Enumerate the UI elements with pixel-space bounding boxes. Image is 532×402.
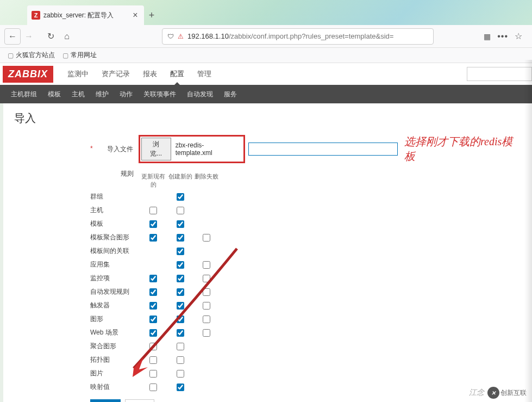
file-path-field[interactable] <box>248 143 398 156</box>
url-bar[interactable]: 🛡 ⚠ 192.168.1.10/zabbix/conf.import.php?… <box>162 28 434 45</box>
rule-row: 拓扑图 <box>90 355 521 364</box>
bookmark-item[interactable]: ▢常用网址 <box>62 51 97 60</box>
rule-row: 模板间的关联 <box>90 246 521 256</box>
rule-checkbox[interactable] <box>149 288 157 296</box>
browser-tab[interactable]: Z zabbix_server: 配置导入 × <box>27 5 144 25</box>
subnav-item[interactable]: 自动发现 <box>181 90 218 99</box>
rule-checkbox[interactable] <box>149 207 157 214</box>
search-input[interactable] <box>467 67 532 81</box>
rule-checkbox[interactable] <box>149 234 157 242</box>
folder-icon: ▢ <box>62 52 68 59</box>
rule-checkbox[interactable] <box>177 302 184 310</box>
bookmark-item[interactable]: ▢火狐官方站点 <box>8 51 55 60</box>
rule-checkbox[interactable] <box>177 288 184 296</box>
rule-checkbox[interactable] <box>149 384 157 391</box>
subnav-item[interactable]: 模板 <box>42 90 66 99</box>
rule-checkbox[interactable] <box>149 370 157 378</box>
rule-name: Web 场景 <box>90 328 139 337</box>
rule-checkbox[interactable] <box>203 275 210 282</box>
rule-checkbox[interactable] <box>177 261 184 269</box>
rule-checkbox[interactable] <box>203 329 210 337</box>
col-update: 更新现有的 <box>139 172 167 189</box>
content: 导入 导入文件 浏览... zbx-redis-template.xml 选择刚… <box>0 103 532 402</box>
rule-checkbox[interactable] <box>177 316 184 323</box>
folder-icon: ▢ <box>8 52 14 59</box>
rule-checkbox[interactable] <box>177 248 184 255</box>
zabbix-favicon: Z <box>32 11 40 20</box>
home-button[interactable]: ⌂ <box>59 28 75 45</box>
rule-checkbox[interactable] <box>177 356 184 364</box>
reload-button[interactable]: ↻ <box>42 28 59 45</box>
rule-name: 群组 <box>90 192 139 201</box>
rule-name: 图片 <box>90 369 139 378</box>
rule-checkbox[interactable] <box>177 384 184 391</box>
zabbix-logo[interactable]: ZABBIX <box>3 66 53 83</box>
nav-item[interactable]: 报表 <box>136 64 164 84</box>
rule-checkbox[interactable] <box>149 316 157 323</box>
rule-checkbox[interactable] <box>177 275 184 282</box>
back-button[interactable]: ← <box>4 28 21 45</box>
rule-checkbox[interactable] <box>203 316 210 323</box>
rule-checkbox[interactable] <box>177 207 184 214</box>
qr-icon[interactable]: ▦ <box>484 32 491 41</box>
file-input-highlight: 浏览... zbx-redis-template.xml <box>139 135 246 163</box>
rule-checkbox[interactable] <box>149 343 157 350</box>
rule-checkbox[interactable] <box>149 356 157 364</box>
import-button[interactable]: 导入 <box>90 399 121 402</box>
rule-checkbox[interactable] <box>177 234 184 242</box>
rule-checkbox[interactable] <box>177 220 184 228</box>
subnav-item[interactable]: 关联项事件 <box>138 90 181 99</box>
menu-icon[interactable]: ••• <box>497 32 508 41</box>
rule-checkbox[interactable] <box>203 302 210 310</box>
nav-item[interactable]: 监测中 <box>61 64 95 84</box>
rule-name: 映射值 <box>90 382 139 392</box>
rule-row: 映射值 <box>90 382 521 392</box>
rule-checkbox[interactable] <box>149 329 157 337</box>
bookmark-star-icon[interactable]: ☆ <box>515 31 522 41</box>
nav-item[interactable]: 管理 <box>191 64 218 84</box>
file-label: 导入文件 <box>90 145 139 154</box>
tab-title: zabbix_server: 配置导入 <box>43 11 131 20</box>
shield-icon[interactable]: 🛡 <box>166 33 176 40</box>
rule-row: 图形 <box>90 314 521 324</box>
rule-checkbox[interactable] <box>177 329 184 337</box>
insecure-icon[interactable]: ⚠ <box>176 33 185 40</box>
import-form: 导入文件 浏览... zbx-redis-template.xml 选择刚才下载… <box>90 134 521 402</box>
annotation-text: 选择刚才下载的redis模板 <box>404 134 521 164</box>
tab-close-icon[interactable]: × <box>131 10 140 20</box>
subnav-item[interactable]: 主机 <box>66 90 90 99</box>
nav-item[interactable]: 资产记录 <box>95 64 136 84</box>
rule-row: 图片 <box>90 369 521 378</box>
rule-checkbox[interactable] <box>203 288 210 296</box>
rule-checkbox[interactable] <box>149 220 157 228</box>
browse-button[interactable]: 浏览... <box>141 138 171 160</box>
rule-name: 模板聚合图形 <box>90 233 139 242</box>
rule-checkbox[interactable] <box>203 261 210 269</box>
forward-button: → <box>21 28 37 45</box>
rule-checkbox[interactable] <box>177 343 184 350</box>
rule-name: 自动发现规则 <box>90 287 139 296</box>
rule-row: 监控项 <box>90 274 521 283</box>
page-title: 导入 <box>14 111 521 126</box>
zabbix-header: ZABBIX 监测中资产记录报表配置管理 <box>0 63 532 85</box>
subnav-item[interactable]: 主机群组 <box>5 90 42 99</box>
rule-row: 聚合图形 <box>90 342 521 351</box>
rule-name: 触发器 <box>90 301 139 310</box>
col-delete: 删除失败 <box>193 172 220 189</box>
subnav-item[interactable]: 维护 <box>90 90 114 99</box>
rule-checkbox[interactable] <box>149 275 157 282</box>
rule-checkbox[interactable] <box>177 370 184 378</box>
rule-checkbox[interactable] <box>149 302 157 310</box>
rule-name: 模板 <box>90 219 139 228</box>
cancel-button[interactable]: 取消 <box>125 399 154 402</box>
new-tab-button[interactable]: + <box>144 5 159 25</box>
nav-item[interactable]: 配置 <box>164 64 191 84</box>
rule-name: 聚合图形 <box>90 342 139 351</box>
rule-checkbox[interactable] <box>203 234 210 242</box>
sub-nav: 主机群组模板主机维护动作关联项事件自动发现服务 <box>0 85 532 103</box>
subnav-item[interactable]: 服务 <box>218 90 242 99</box>
rule-row: 模板聚合图形 <box>90 233 521 242</box>
rule-checkbox[interactable] <box>177 193 184 201</box>
subnav-item[interactable]: 动作 <box>114 90 138 99</box>
rule-row: 应用集 <box>90 260 521 269</box>
